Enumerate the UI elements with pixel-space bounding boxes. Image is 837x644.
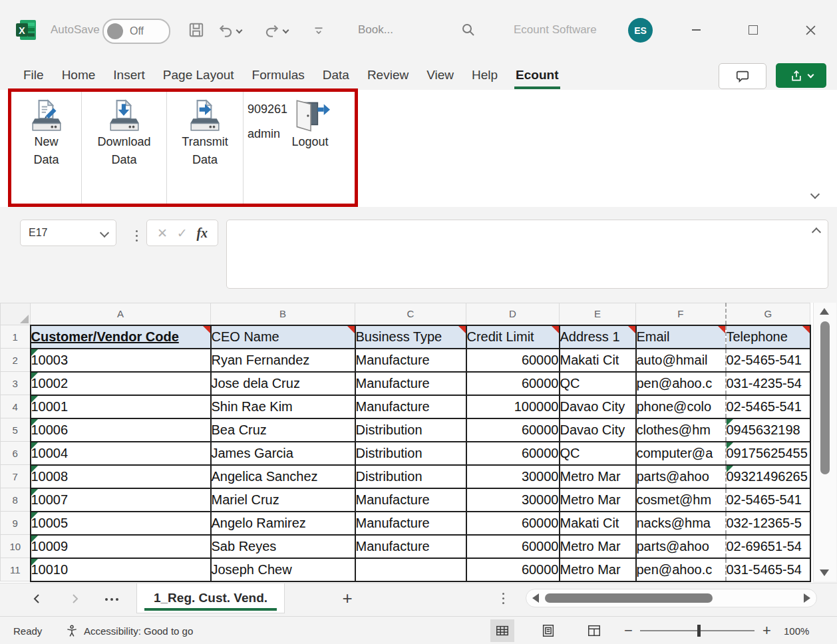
cell-type[interactable]: Manufacture <box>355 349 466 372</box>
row-header[interactable]: 1 <box>1 325 31 349</box>
cell-ceo[interactable]: Jose dela Cruz <box>211 372 355 395</box>
logout-button[interactable]: Logout <box>290 92 330 151</box>
column-header-F[interactable]: F <box>636 303 726 325</box>
formula-input[interactable] <box>226 220 828 289</box>
column-header-E[interactable]: E <box>560 303 636 325</box>
vertical-scrollbar[interactable] <box>813 303 836 581</box>
excel-logo-icon[interactable]: X <box>15 0 37 60</box>
account-name[interactable]: Ecount Software <box>514 0 597 60</box>
header-cell-ceo-name[interactable]: CEO Name <box>211 325 355 349</box>
undo-button[interactable] <box>217 0 242 60</box>
cell-phone[interactable]: 02-5465-541 <box>726 395 810 418</box>
cell-ceo[interactable]: James Garcia <box>211 442 355 465</box>
cell-address[interactable]: QC <box>560 372 636 395</box>
cell-phone[interactable]: 09175625455 <box>726 442 810 465</box>
cell-credit[interactable]: 60000 <box>466 558 560 581</box>
cell-credit[interactable]: 60000 <box>466 535 560 558</box>
page-layout-view-button[interactable] <box>536 619 560 642</box>
tab-scrollbar-splitter-icon[interactable] <box>502 593 504 595</box>
tab-ecount[interactable]: Ecount <box>516 60 558 90</box>
cell-code[interactable]: 10002 <box>31 372 211 395</box>
download-data-button[interactable]: Download Data <box>97 92 150 169</box>
cell-phone[interactable]: 032-12365-5 <box>726 512 810 535</box>
horizontal-scroll-thumb[interactable] <box>545 593 713 603</box>
collapse-ribbon-icon[interactable] <box>810 190 820 199</box>
new-data-button[interactable]: New Data <box>29 92 64 169</box>
cell-email[interactable]: parts@ahoo <box>636 465 726 488</box>
cell-code[interactable]: 10007 <box>31 488 211 512</box>
cell-address[interactable]: Metro Mar <box>560 535 636 558</box>
document-title[interactable]: Book... <box>358 0 393 60</box>
cell-type[interactable]: Distribution <box>355 418 466 442</box>
cell-credit[interactable]: 60000 <box>466 418 560 442</box>
zoom-level[interactable]: 100% <box>784 617 809 644</box>
row-header[interactable]: 3 <box>1 372 31 395</box>
cell-address[interactable]: Davao City <box>560 395 636 418</box>
cell-type[interactable]: Distribution <box>355 465 466 488</box>
tab-home[interactable]: Home <box>62 60 96 90</box>
tab-help[interactable]: Help <box>472 60 498 90</box>
header-cell-email[interactable]: Email <box>636 325 726 349</box>
cell-credit[interactable]: 60000 <box>466 349 560 372</box>
cell-email[interactable]: parts@ahoo <box>636 535 726 558</box>
header-cell-address-1[interactable]: Address 1 <box>560 325 636 349</box>
tab-insert[interactable]: Insert <box>113 60 145 90</box>
previous-sheet-icon[interactable] <box>32 583 43 614</box>
cell-email[interactable]: clothes@hm <box>636 418 726 442</box>
cell-email[interactable]: cosmet@hm <box>636 488 726 512</box>
cell-phone[interactable]: 0945632198 <box>726 418 810 442</box>
search-icon[interactable] <box>460 0 476 60</box>
cell-email[interactable]: pen@ahoo.c <box>636 372 726 395</box>
customize-toolbar-icon[interactable] <box>311 0 326 60</box>
row-header[interactable]: 9 <box>1 512 31 535</box>
select-all-corner[interactable] <box>1 303 31 325</box>
cell-ceo[interactable]: Sab Reyes <box>211 535 355 558</box>
minimize-button[interactable] <box>687 0 705 60</box>
cell-type[interactable]: Manufacture <box>355 372 466 395</box>
row-header[interactable]: 4 <box>1 395 31 418</box>
name-box[interactable]: E17 <box>20 220 116 246</box>
cell-ceo[interactable]: Mariel Cruz <box>211 488 355 512</box>
row-header[interactable]: 7 <box>1 465 31 488</box>
cell-address[interactable]: Makati Cit <box>560 512 636 535</box>
cell-code[interactable]: 10006 <box>31 418 211 442</box>
scroll-left-icon[interactable] <box>532 593 539 603</box>
cell-credit[interactable]: 60000 <box>466 372 560 395</box>
zoom-slider-thumb[interactable] <box>697 625 701 637</box>
cell-ceo[interactable]: Angelo Ramirez <box>211 512 355 535</box>
cell-ceo[interactable]: Shin Rae Kim <box>211 395 355 418</box>
maximize-button[interactable] <box>744 0 762 60</box>
cell-credit[interactable]: 60000 <box>466 512 560 535</box>
cell-email[interactable]: phone@colo <box>636 395 726 418</box>
cell-email[interactable]: computer@a <box>636 442 726 465</box>
save-icon[interactable] <box>188 0 205 60</box>
column-header-B[interactable]: B <box>211 303 355 325</box>
tab-review[interactable]: Review <box>367 60 409 90</box>
scroll-up-icon[interactable] <box>820 308 829 315</box>
cell-phone[interactable]: 02-5465-541 <box>726 349 810 372</box>
close-button[interactable] <box>801 0 820 60</box>
all-sheets-icon[interactable] <box>105 598 108 601</box>
scroll-down-icon[interactable] <box>820 569 829 576</box>
share-button[interactable] <box>776 63 826 88</box>
cell-address[interactable]: Metro Mar <box>560 465 636 488</box>
cell-type[interactable] <box>355 558 466 581</box>
cell-type[interactable]: Manufacture <box>355 395 466 418</box>
autosave-toggle[interactable]: Off <box>102 19 170 44</box>
column-header-C[interactable]: C <box>355 303 466 325</box>
column-header-D[interactable]: D <box>466 303 560 325</box>
cell-ceo[interactable]: Ryan Fernandez <box>211 349 355 372</box>
row-header[interactable]: 8 <box>1 488 31 512</box>
cell-code[interactable]: 10009 <box>31 535 211 558</box>
next-sheet-icon[interactable] <box>69 583 80 614</box>
header-cell-telephone[interactable]: Telephone <box>726 325 810 349</box>
cell-code[interactable]: 10008 <box>31 465 211 488</box>
cell-phone[interactable]: 02-5465-541 <box>726 488 810 512</box>
cell-credit[interactable]: 30000 <box>466 488 560 512</box>
row-header[interactable]: 5 <box>1 418 31 442</box>
row-header[interactable]: 11 <box>1 558 31 581</box>
cell-phone[interactable]: 031-5465-54 <box>726 558 810 581</box>
cell-ceo[interactable]: Angelica Sanchez <box>211 465 355 488</box>
cell-address[interactable]: Makati Cit <box>560 349 636 372</box>
row-header[interactable]: 10 <box>1 535 31 558</box>
